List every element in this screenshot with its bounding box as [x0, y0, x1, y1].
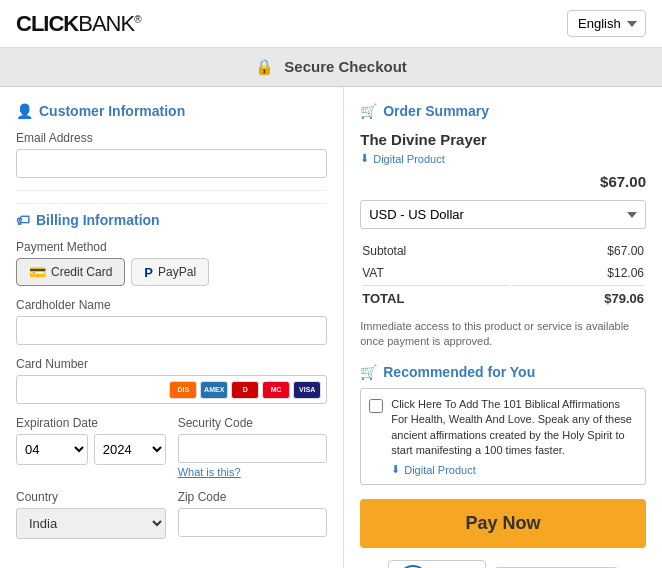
cart-icon: 🛒: [360, 103, 377, 119]
right-panel: 🛒 Order Summary The Divine Prayer ⬇ Digi…: [344, 87, 662, 568]
paypal-label: PayPal: [158, 265, 196, 279]
cvv-label: Security Code: [178, 416, 328, 430]
cardholder-label: Cardholder Name: [16, 298, 327, 312]
download-icon: ⬇: [360, 152, 369, 165]
vat-row: VAT $12.06: [362, 263, 644, 283]
country-label: Country: [16, 490, 166, 504]
country-select[interactable]: India United States United Kingdom Canad…: [16, 508, 166, 539]
customer-section-title: 👤 Customer Information: [16, 103, 327, 119]
product-price: $67.00: [360, 173, 646, 190]
user-icon: 👤: [16, 103, 33, 119]
header: CLICKBANK® English: [0, 0, 662, 48]
recommend-checkbox[interactable]: [369, 399, 383, 413]
logo: CLICKBANK®: [16, 11, 141, 37]
cvv-group: Security Code What is this?: [178, 416, 328, 478]
paypal-button[interactable]: P PayPal: [131, 258, 209, 286]
recommend-digital-tag: ⬇ Digital Product: [391, 463, 637, 476]
email-input[interactable]: [16, 149, 327, 178]
pay-now-button[interactable]: Pay Now: [360, 499, 646, 548]
secure-checkout-title: Secure Checkout: [284, 58, 407, 75]
secure-checkout-banner: 🔒 Secure Checkout: [0, 48, 662, 87]
zip-input[interactable]: [178, 508, 328, 537]
payment-methods: 💳 Credit Card P PayPal: [16, 258, 327, 286]
amex-icon: AMEX: [200, 381, 228, 399]
lock-icon: 🔒: [255, 58, 274, 75]
credit-card-button[interactable]: 💳 Credit Card: [16, 258, 125, 286]
customer-title-text: Customer Information: [39, 103, 185, 119]
cvv-input[interactable]: [178, 434, 328, 463]
recommend-cart-icon: 🛒: [360, 364, 377, 380]
left-panel: 👤 Customer Information Email Address 🏷 B…: [0, 87, 344, 568]
mastercard-icon: MC: [262, 381, 290, 399]
discover-icon: DIS: [169, 381, 197, 399]
total-label: TOTAL: [362, 285, 509, 309]
product-name: The Divine Prayer: [360, 131, 646, 148]
email-group: Email Address: [16, 131, 327, 178]
section-divider: [16, 190, 327, 191]
payment-method-group: Payment Method 💳 Credit Card P PayPal: [16, 240, 327, 286]
billing-title-text: Billing Information: [36, 212, 160, 228]
card-number-label: Card Number: [16, 357, 327, 371]
tag-icon: 🏷: [16, 212, 30, 228]
billing-section: 🏷 Billing Information Payment Method 💳 C…: [16, 203, 327, 551]
payment-method-label: Payment Method: [16, 240, 327, 254]
country-zip-row: Country India United States United Kingd…: [16, 490, 327, 551]
logo-mark: ®: [134, 13, 140, 24]
access-note: Immediate access to this product or serv…: [360, 319, 646, 350]
subtotal-value: $67.00: [511, 241, 644, 261]
expiry-month-select[interactable]: 04 010203 050607 080910 1112: [16, 434, 88, 465]
card-number-wrapper: DIS AMEX D MC VISA: [16, 375, 327, 404]
card-icons: DIS AMEX D MC VISA: [169, 381, 321, 399]
digicert-badge: 🔒 digicert SECURED: [388, 560, 486, 568]
credit-card-label: Credit Card: [51, 265, 112, 279]
recommend-content: Click Here To Add The 101 Biblical Affir…: [391, 397, 637, 477]
billing-section-title: 🏷 Billing Information: [16, 212, 327, 228]
logo-light: BANK: [78, 11, 134, 36]
language-select[interactable]: English: [567, 10, 646, 37]
logo-bold: CLICK: [16, 11, 78, 36]
order-summary-title: 🛒 Order Summary: [360, 103, 646, 119]
expiry-label: Expiration Date: [16, 416, 166, 430]
subtotal-row: Subtotal $67.00: [362, 241, 644, 261]
cardholder-input[interactable]: [16, 316, 327, 345]
country-group: Country India United States United Kingd…: [16, 490, 166, 539]
expiry-cvv-row: Expiration Date 04 010203 050607 080910 …: [16, 416, 327, 490]
order-title-text: Order Summary: [383, 103, 489, 119]
email-label: Email Address: [16, 131, 327, 145]
diners-icon: D: [231, 381, 259, 399]
vat-value: $12.06: [511, 263, 644, 283]
expiry-selects: 04 010203 050607 080910 1112 2024 202520…: [16, 434, 166, 465]
recommended-title-text: Recommended for You: [383, 364, 535, 380]
recommend-download-icon: ⬇: [391, 463, 400, 476]
vat-label: VAT: [362, 263, 509, 283]
total-value: $79.06: [511, 285, 644, 309]
trust-badges: 🔒 digicert SECURED 🛡 Secure Payments: [360, 560, 646, 568]
zip-group: Zip Code: [178, 490, 328, 539]
expiry-year-select[interactable]: 2024 202520262027 202820292030: [94, 434, 166, 465]
total-row: TOTAL $79.06: [362, 285, 644, 309]
credit-card-icon: 💳: [29, 264, 46, 280]
recommend-box: Click Here To Add The 101 Biblical Affir…: [360, 388, 646, 486]
zip-label: Zip Code: [178, 490, 328, 504]
paypal-icon: P: [144, 265, 153, 280]
recommended-title: 🛒 Recommended for You: [360, 364, 646, 380]
recommend-text: Click Here To Add The 101 Biblical Affir…: [391, 397, 637, 459]
main-content: 👤 Customer Information Email Address 🏷 B…: [0, 87, 662, 568]
cardholder-group: Cardholder Name: [16, 298, 327, 345]
currency-select[interactable]: USD - US Dollar EUR - Euro GBP - British…: [360, 200, 646, 229]
expiry-group: Expiration Date 04 010203 050607 080910 …: [16, 416, 166, 478]
what-is-this-link[interactable]: What is this?: [178, 466, 328, 478]
product-digital-tag: ⬇ Digital Product: [360, 152, 646, 165]
card-number-group: Card Number DIS AMEX D MC VISA: [16, 357, 327, 404]
visa-icon: VISA: [293, 381, 321, 399]
price-table: Subtotal $67.00 VAT $12.06 TOTAL $79.06: [360, 239, 646, 311]
subtotal-label: Subtotal: [362, 241, 509, 261]
